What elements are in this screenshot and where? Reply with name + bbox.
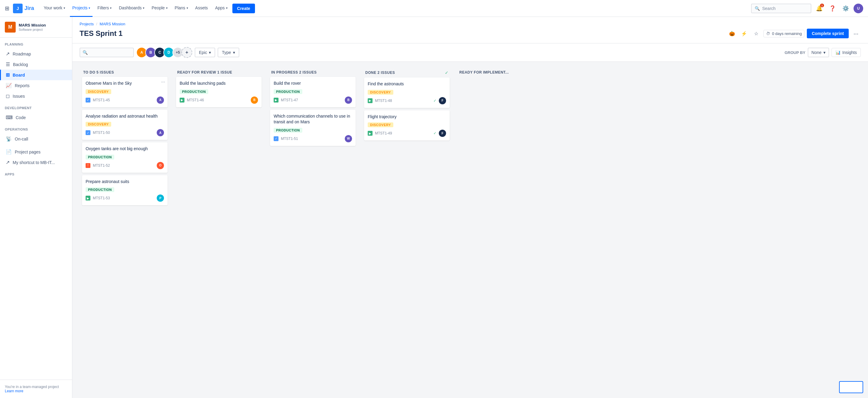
complete-sprint-button[interactable]: Complete sprint [807,29,849,38]
card[interactable]: Analyse radiation and astronaut health D… [82,110,167,140]
sidebar-item-backlog[interactable]: ☰ Backlog [0,59,72,70]
sidebar-item-issues[interactable]: ◻ Issues [0,91,72,101]
main-content: Projects / MARS Mission TES Sprint 1 🎃 ⚡… [72,17,868,398]
sidebar: M MARS Mission Software project PLANNING… [0,17,72,398]
card-title: Prepare astronaut suits [86,179,164,185]
sidebar-item-oncall[interactable]: 📡 On-call [0,133,72,144]
sidebar-item-board[interactable]: ⊞ Board [0,70,72,80]
column-cards: Build the launching pads PRODUCTION ▶ MT… [174,77,264,110]
nav-apps[interactable]: Apps ▾ [213,0,230,17]
group-by-label: GROUP BY [784,50,805,55]
learn-more-link[interactable]: Learn more [5,389,23,393]
main-header: Projects / MARS Mission TES Sprint 1 🎃 ⚡… [72,17,868,43]
help-button[interactable]: ❓ [827,3,838,14]
assignee-avatar: P [157,194,164,202]
search-box[interactable]: 🔍 Search [751,4,811,13]
card[interactable]: Build the launching pads PRODUCTION ▶ MT… [176,77,261,108]
sidebar-item-shortcut[interactable]: ↗ My shortcut to MB-IT... [0,157,72,167]
issue-type-icon: ✓ [86,130,90,135]
breadcrumb-projects[interactable]: Projects [80,22,94,26]
sidebar-footer: You're in a team-managed project Learn m… [0,379,72,398]
issue-id: MTST1-45 [93,98,154,102]
nav-projects[interactable]: Projects ▾ [70,0,93,17]
bolt-icon[interactable]: ⚡ [739,29,749,38]
apps-section-label: APPS [0,167,72,179]
card[interactable]: Which communication channels to use in t… [270,110,355,146]
chevron-down-icon: ▾ [226,6,227,10]
project-type: Software project [19,28,46,31]
insights-button[interactable]: 📊 Insights [832,48,861,57]
column-header: READY FOR REVIEW 1 ISSUE [174,67,264,77]
more-options-button[interactable]: ··· [851,29,861,38]
card[interactable]: Oxygen tanks are not big enough PRODUCTI… [82,142,167,173]
nav-filters[interactable]: Filters ▾ [95,0,114,17]
chevron-down-icon: ▾ [824,50,826,55]
clock-icon: ⏱ [766,31,770,36]
add-assignee-button[interactable]: + [181,47,192,58]
nav-people[interactable]: People ▾ [149,0,170,17]
card[interactable]: Flight trajectory DISCOVERY ▶ MTST1-49 ✓… [364,110,450,141]
card[interactable]: ··· Observe Mars in the Sky DISCOVERY ✓ … [82,77,167,108]
grid-icon[interactable]: ⊞ [5,5,9,12]
top-nav: ⊞ J Jira Your work ▾ Projects ▾ Filters … [0,0,868,17]
card-menu-button[interactable]: ··· [161,79,165,85]
sidebar-project[interactable]: M MARS Mission Software project [0,17,72,38]
nav-assets[interactable]: Assets [193,0,210,17]
create-button[interactable]: Create [232,4,255,13]
sidebar-item-roadmap[interactable]: ↗ Roadmap [0,49,72,59]
jira-logo[interactable]: J Jira [13,4,34,13]
sidebar-item-project-pages[interactable]: 📄 Project pages [0,147,72,157]
notification-badge: 1 [820,4,824,7]
card-tag: PRODUCTION [180,89,208,94]
column-header: TO DO 5 ISSUES [80,67,170,77]
star-icon[interactable]: ☆ [751,29,761,38]
issue-id: MTST1-50 [93,130,154,135]
nav-plans[interactable]: Plans ▾ [173,0,190,17]
column-header: IN PROGRESS 2 ISSUES [268,67,358,77]
issue-id: MTST1-49 [375,131,431,135]
group-by-select[interactable]: None ▾ [808,48,829,57]
card-title: Flight trajectory [368,114,446,120]
days-remaining: ⏱ 0 days remaining [764,30,804,37]
column-title: READY FOR IMPLEMENT... [459,70,509,74]
epic-filter[interactable]: Epic ▾ [195,48,215,57]
notifications-button[interactable]: 🔔 1 [814,3,825,14]
assignee-avatar: A [157,96,164,104]
card[interactable]: Find the astronauts DISCOVERY ▶ MTST1-48… [364,78,450,108]
card[interactable]: Prepare astronaut suits PRODUCTION ▶ MTS… [82,175,167,206]
breadcrumb-mars[interactable]: MARS Mission [100,22,125,26]
board: TO DO 5 ISSUES ··· Observe Mars in the S… [72,62,868,398]
planning-section-label: PLANNING [0,38,72,49]
card-tag: DISCOVERY [368,122,393,127]
backlog-icon: ☰ [6,62,10,67]
assignee-avatar: B [251,96,258,104]
type-filter[interactable]: Type ▾ [218,48,239,57]
user-avatar[interactable]: U [854,4,863,13]
column-cards: ··· Observe Mars in the Sky DISCOVERY ✓ … [80,77,170,208]
settings-button[interactable]: ⚙️ [840,3,851,14]
issue-type-icon: ▶ [368,98,373,103]
column-title: IN PROGRESS 2 ISSUES [271,70,317,74]
column-title: DONE 2 ISSUES [365,70,395,75]
column-cards [456,77,546,79]
card-title: Build the rover [274,81,352,87]
card[interactable]: Build the rover PRODUCTION ▶ MTST1-47 B [270,77,355,108]
nav-your-work[interactable]: Your work ▾ [41,0,67,17]
chevron-down-icon: ▾ [233,50,235,55]
pumpkin-icon[interactable]: 🎃 [727,29,737,38]
column-header: READY FOR IMPLEMENT... [456,67,546,77]
nav-dashboards[interactable]: Dashboards ▾ [116,0,147,17]
sidebar-item-code[interactable]: ⌨ Code [0,112,72,123]
board-icon: ⊞ [6,72,10,78]
card-tag: DISCOVERY [86,122,111,127]
project-name: MARS Mission [19,23,46,28]
board-search[interactable]: 🔍 [80,48,134,57]
card-tag: PRODUCTION [86,187,114,192]
board-toolbar: 🔍 A B C D +5 + Epic ▾ Type ▾ GROUP BY [72,43,868,62]
pages-icon: 📄 [6,149,12,155]
sidebar-item-reports[interactable]: 📈 Reports [0,80,72,91]
assignee-avatar: B [345,96,352,104]
chevron-down-icon: ▾ [89,6,90,10]
page-title-row: TES Sprint 1 🎃 ⚡ ☆ ⏱ 0 days remaining Co… [80,29,861,43]
card-tag: PRODUCTION [274,89,302,94]
